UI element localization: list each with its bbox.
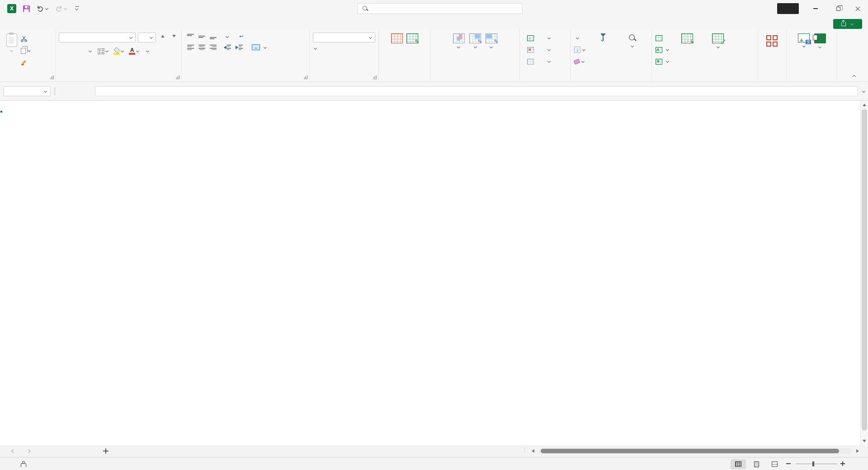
- font-color-button[interactable]: A: [129, 48, 135, 55]
- borders-dropdown-icon[interactable]: [105, 49, 109, 53]
- autosum-button[interactable]: [573, 33, 587, 43]
- vertical-scrollbar[interactable]: [860, 101, 868, 445]
- advanced-filter-icon: [656, 35, 662, 41]
- restore-button[interactable]: [828, 0, 849, 17]
- collapse-ribbon-icon[interactable]: [853, 74, 856, 78]
- scroll-right-icon[interactable]: [856, 449, 859, 453]
- font-size-select[interactable]: [138, 33, 156, 42]
- orientation-button[interactable]: [225, 35, 229, 38]
- close-button[interactable]: [847, 0, 868, 17]
- scroll-left-icon[interactable]: [532, 449, 534, 453]
- align-left-icon[interactable]: [187, 45, 194, 50]
- table-beautify-button[interactable]: ✎: [406, 32, 418, 72]
- advanced-filter-button[interactable]: [655, 33, 670, 43]
- template-icon: [391, 33, 403, 43]
- scroll-up-icon[interactable]: [863, 103, 866, 106]
- shrink-font-button[interactable]: [170, 33, 179, 42]
- undo-button[interactable]: [37, 5, 49, 12]
- cut-button[interactable]: [20, 33, 32, 44]
- next-sheet-icon[interactable]: [25, 448, 32, 454]
- text-extract-button[interactable]: A: [655, 44, 670, 55]
- fill-handle[interactable]: [0, 110, 3, 113]
- alignment-dialog-launcher-icon[interactable]: [304, 75, 307, 79]
- sign-in-button[interactable]: [777, 3, 799, 14]
- italic-button[interactable]: [69, 46, 78, 56]
- zoom-slider-thumb[interactable]: [812, 461, 814, 466]
- page-break-view-button[interactable]: [767, 459, 782, 469]
- font-color-dropdown-icon[interactable]: [136, 49, 140, 53]
- find-select-button[interactable]: [618, 32, 646, 72]
- accounting-format-button[interactable]: [313, 47, 317, 50]
- align-center-icon[interactable]: [198, 45, 205, 50]
- align-middle-icon[interactable]: [198, 34, 205, 39]
- decrease-indent-button[interactable]: [224, 45, 231, 50]
- paste-button[interactable]: [6, 32, 17, 72]
- align-right-icon[interactable]: [210, 45, 217, 50]
- batch-delete-button[interactable]: ✕: [655, 56, 670, 67]
- ribbon-tab-row: [0, 17, 868, 30]
- merge-center-button[interactable]: ↔: [252, 44, 267, 50]
- clear-button[interactable]: [573, 56, 587, 67]
- scroll-down-icon[interactable]: [863, 440, 866, 442]
- fill-color-dropdown-icon[interactable]: [121, 49, 124, 53]
- clipboard-dialog-launcher-icon[interactable]: [50, 75, 54, 79]
- search-bar[interactable]: [357, 3, 523, 14]
- expand-formula-bar-icon[interactable]: [862, 89, 866, 93]
- wrap-text-icon: ↩: [239, 33, 243, 39]
- grow-font-button[interactable]: [158, 33, 167, 42]
- borders-icon[interactable]: [98, 48, 104, 54]
- pdf-convert-button[interactable]: [814, 32, 826, 72]
- align-bottom-icon[interactable]: [210, 34, 217, 39]
- sheetbar-splitter[interactable]: ⋯: [522, 447, 528, 453]
- cell-styles-button[interactable]: ✎: [486, 32, 497, 72]
- zoom-out-button[interactable]: [786, 461, 791, 466]
- format-painter-button[interactable]: [20, 57, 32, 68]
- sort-filter-button[interactable]: [589, 32, 617, 72]
- underline-dropdown-icon[interactable]: [89, 49, 92, 53]
- number-format-select[interactable]: [313, 33, 375, 42]
- format-as-table-button[interactable]: ✎: [469, 32, 481, 72]
- prev-sheet-icon[interactable]: [10, 448, 16, 454]
- share-button[interactable]: [833, 19, 862, 29]
- redo-button[interactable]: [55, 5, 67, 12]
- active-cell-selection: [0, 110, 2, 112]
- normal-view-button[interactable]: [731, 459, 746, 469]
- redo-dropdown-icon[interactable]: [64, 7, 67, 10]
- phonetic-dropdown-icon[interactable]: [146, 49, 150, 53]
- number-dialog-launcher-icon[interactable]: [373, 75, 377, 79]
- template-button[interactable]: [391, 32, 403, 72]
- save-button[interactable]: [23, 5, 30, 13]
- formula-input[interactable]: [95, 86, 858, 96]
- format-cells-button[interactable]: [526, 56, 570, 67]
- zoom-slider-track[interactable]: [796, 464, 837, 464]
- add-sheet-button[interactable]: [102, 447, 109, 455]
- underline-button[interactable]: [79, 46, 88, 56]
- horizontal-scroll-thumb[interactable]: [541, 449, 839, 453]
- name-box[interactable]: [4, 86, 51, 96]
- image-to-text-button[interactable]: [798, 32, 810, 72]
- font-dialog-launcher-icon[interactable]: [176, 75, 179, 79]
- vlookup-button[interactable]: ↳: [673, 32, 701, 72]
- split-merge-button[interactable]: ⤢: [704, 32, 732, 72]
- delete-cells-button[interactable]: ✕: [526, 44, 570, 55]
- insert-cells-button[interactable]: ←: [526, 33, 570, 43]
- fill-button[interactable]: ↓: [573, 44, 587, 55]
- addins-button[interactable]: [766, 33, 778, 49]
- copy-button[interactable]: [20, 45, 32, 56]
- vertical-scroll-thumb[interactable]: [862, 109, 867, 431]
- conditional-format-button[interactable]: [453, 32, 465, 72]
- bold-button[interactable]: [59, 46, 68, 56]
- page-layout-view-button[interactable]: [749, 459, 764, 469]
- minimize-button[interactable]: [805, 0, 826, 17]
- fill-color-button[interactable]: [113, 48, 120, 55]
- increase-indent-button[interactable]: [236, 45, 243, 50]
- wrap-text-button[interactable]: ↩: [239, 33, 245, 39]
- horizontal-scrollbar[interactable]: [539, 448, 852, 454]
- excel-app-icon[interactable]: X: [7, 4, 16, 13]
- font-family-select[interactable]: [59, 33, 136, 42]
- zoom-in-button[interactable]: [840, 461, 845, 466]
- customize-qat-icon[interactable]: [74, 6, 80, 11]
- fill-down-icon: ↓: [574, 47, 580, 53]
- undo-dropdown-icon[interactable]: [45, 7, 49, 10]
- align-top-icon[interactable]: [187, 34, 194, 39]
